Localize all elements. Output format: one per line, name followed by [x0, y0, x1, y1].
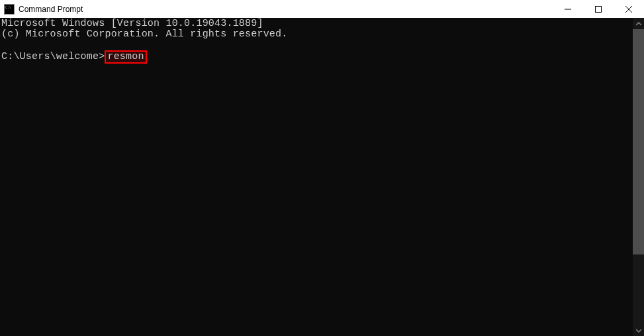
close-icon — [625, 6, 632, 13]
copyright-line: (c) Microsoft Corporation. All rights re… — [1, 29, 631, 40]
svg-rect-1 — [596, 6, 602, 12]
vertical-scrollbar[interactable] — [633, 18, 644, 336]
command-prompt-window: Command Prompt Microsoft Windows [Versio — [0, 0, 644, 336]
titlebar[interactable]: Command Prompt — [0, 0, 644, 18]
maximize-button[interactable] — [583, 0, 614, 18]
version-line: Microsoft Windows [Version 10.0.19043.18… — [1, 19, 631, 29]
app-icon — [4, 4, 15, 15]
scroll-thumb[interactable] — [633, 29, 644, 254]
minimize-icon — [565, 6, 571, 13]
scroll-down-button[interactable] — [633, 325, 644, 336]
chevron-down-icon — [636, 328, 641, 333]
chevron-up-icon — [636, 21, 641, 27]
close-button[interactable] — [614, 0, 644, 18]
terminal-output[interactable]: Microsoft Windows [Version 10.0.19043.18… — [0, 18, 633, 336]
maximize-icon — [595, 6, 602, 13]
prompt-line: C:\Users\welcome>resmon — [1, 50, 631, 64]
content-area: Microsoft Windows [Version 10.0.19043.18… — [0, 18, 644, 336]
command-highlight: resmon — [105, 50, 146, 64]
window-controls — [553, 0, 644, 18]
window-title: Command Prompt — [19, 5, 553, 14]
minimize-button[interactable] — [553, 0, 583, 18]
prompt-text: C:\Users\welcome> — [1, 51, 105, 62]
command-text: resmon — [107, 51, 144, 62]
scroll-up-button[interactable] — [633, 18, 644, 29]
scroll-track[interactable] — [633, 29, 644, 325]
